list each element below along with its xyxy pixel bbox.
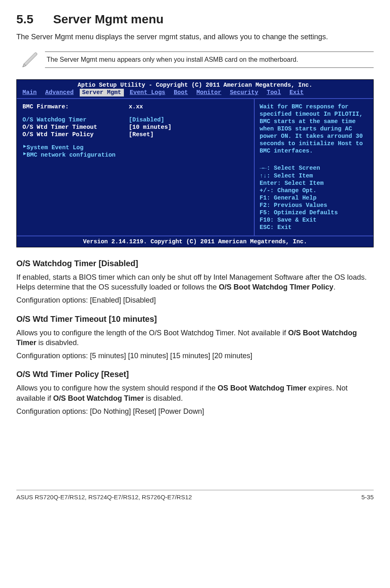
bios-left-pane: BMC Firmware: x.xx O/S Watchdog Timer [D…	[17, 99, 255, 236]
heading-wtd-timeout: O/S Wtd Timer Timeout [10 minutes]	[16, 314, 374, 324]
tab-main[interactable]: Main	[20, 89, 39, 96]
subsection-wtd-timeout: O/S Wtd Timer Timeout [10 minutes] Allow…	[16, 314, 374, 361]
text: Allows you to configure how the system s…	[16, 384, 217, 392]
row-watchdog-timer[interactable]: O/S Watchdog Timer [Disabled]	[22, 116, 248, 123]
bios-menubar: Main Advanced Server Mgmt Event Logs Boo…	[17, 89, 373, 98]
submenu-marker-icon: ▶	[23, 144, 26, 149]
heading-wtd-policy: O/S Wtd Timer Policy [Reset]	[16, 370, 374, 379]
key-hint: F10: Save & Exit	[260, 216, 369, 224]
key-hint: F5: Optimized Defaults	[260, 209, 369, 216]
bold-text: O/S Boot Watchdog Timer	[53, 394, 144, 402]
section-number: 5.5	[16, 12, 53, 26]
heading-watchdog-timer: O/S Watchdog Timer [Disabled]	[16, 259, 374, 268]
label-bmc-firmware: BMC Firmware:	[22, 103, 129, 110]
row-system-event-log[interactable]: System Event Log	[22, 144, 248, 151]
bold-text: OS Boot Watchdog Timer	[217, 384, 306, 392]
bios-help-text: Wait for BMC response for specified time…	[260, 103, 369, 155]
key-hint: ↑↓: Select Item	[260, 172, 369, 180]
key-hint: F1: General Help	[260, 194, 369, 202]
footer-left: ASUS RS720Q-E7/RS12, RS724Q-E7/RS12, RS7…	[16, 494, 192, 500]
tab-security[interactable]: Security	[227, 89, 261, 96]
note-text: The Server Mgmt menu appears only when y…	[45, 52, 374, 68]
row-bmc-network-config[interactable]: BMC network configuration	[22, 151, 248, 159]
section-name: Server Mgmt menu	[53, 12, 164, 26]
text: is disabled.	[144, 394, 183, 402]
paragraph: Allows you to configure how the system s…	[16, 383, 374, 403]
bios-screenshot: Aptio Setup Utility - Copyright (C) 2011…	[16, 79, 374, 247]
row-bmc-firmware: BMC Firmware: x.xx	[22, 103, 248, 110]
text: is disabvled.	[36, 339, 79, 347]
tab-server-mgmt[interactable]: Server Mgmt	[80, 89, 124, 96]
config-options: Configuration options: [Enabled] [Disabl…	[16, 295, 374, 305]
key-hint: Enter: Select Item	[260, 180, 369, 187]
paragraph: Allows you to configure the length of th…	[16, 328, 374, 348]
tab-tool[interactable]: Tool	[264, 89, 283, 96]
bios-key-hints: →←: Select Screen ↑↓: Select Item Enter:…	[260, 164, 369, 231]
label-bmc-network-config: BMC network configuration	[27, 151, 116, 159]
text: Allows you to configure the length of th…	[16, 329, 288, 337]
key-hint: ESC: Exit	[260, 224, 369, 231]
footer-right: 5-35	[361, 494, 374, 500]
section-title: 5.5Server Mgmt menu	[16, 12, 374, 26]
bios-panel: BMC Firmware: x.xx O/S Watchdog Timer [D…	[17, 98, 373, 236]
value-watchdog-timer: [Disabled]	[129, 116, 164, 123]
value-wtd-policy: [Reset]	[129, 131, 154, 138]
tab-monitor[interactable]: Monitor	[194, 89, 224, 96]
intro-paragraph: The Server Mgmt menu displays the server…	[16, 32, 374, 42]
tab-advanced[interactable]: Advanced	[43, 89, 76, 96]
label-system-event-log: System Event Log	[27, 144, 83, 151]
text: .	[334, 283, 336, 291]
key-hint: →←: Select Screen	[260, 164, 369, 172]
pencil-note-icon	[16, 49, 45, 70]
key-hint: F2: Previous Values	[260, 202, 369, 209]
tab-boot[interactable]: Boot	[171, 89, 191, 96]
tab-exit[interactable]: Exit	[287, 89, 306, 96]
tab-event-logs[interactable]: Event Logs	[127, 89, 168, 96]
subsection-wtd-policy: O/S Wtd Timer Policy [Reset] Allows you …	[16, 370, 374, 416]
config-options: Configuration options: [5 minutes] [10 m…	[16, 351, 374, 361]
value-bmc-firmware: x.xx	[129, 103, 143, 110]
key-hint: +/-: Change Opt.	[260, 187, 369, 194]
value-wtd-timeout: [10 minutes]	[129, 123, 171, 131]
page-footer: ASUS RS720Q-E7/RS12, RS724Q-E7/RS12, RS7…	[16, 490, 374, 500]
note-block: The Server Mgmt menu appears only when y…	[16, 49, 374, 70]
config-options: Configuration options: [Do Nothing] [Res…	[16, 406, 374, 416]
label-wtd-timeout: O/S Wtd Timer Timeout	[22, 123, 129, 131]
label-watchdog-timer: O/S Watchdog Timer	[22, 116, 129, 123]
label-wtd-policy: O/S Wtd Timer Policy	[22, 131, 129, 138]
bios-bottom-bar: Version 2.14.1219. Copyright (C) 2011 Am…	[17, 236, 373, 247]
row-wtd-policy[interactable]: O/S Wtd Timer Policy [Reset]	[22, 131, 248, 138]
row-wtd-timeout[interactable]: O/S Wtd Timer Timeout [10 minutes]	[22, 123, 248, 131]
subsection-watchdog-timer: O/S Watchdog Timer [Disabled] If enabled…	[16, 259, 374, 305]
bold-text: O/S Boot Watchdog TImer Policy	[219, 283, 333, 291]
bios-title: Aptio Setup Utility - Copyright (C) 2011…	[17, 80, 373, 89]
submenu-marker-icon: ▶	[23, 151, 26, 156]
paragraph: If enabled, starts a BIOS timer which ca…	[16, 272, 374, 292]
bios-right-pane: Wait for BMC response for specified time…	[255, 99, 373, 236]
